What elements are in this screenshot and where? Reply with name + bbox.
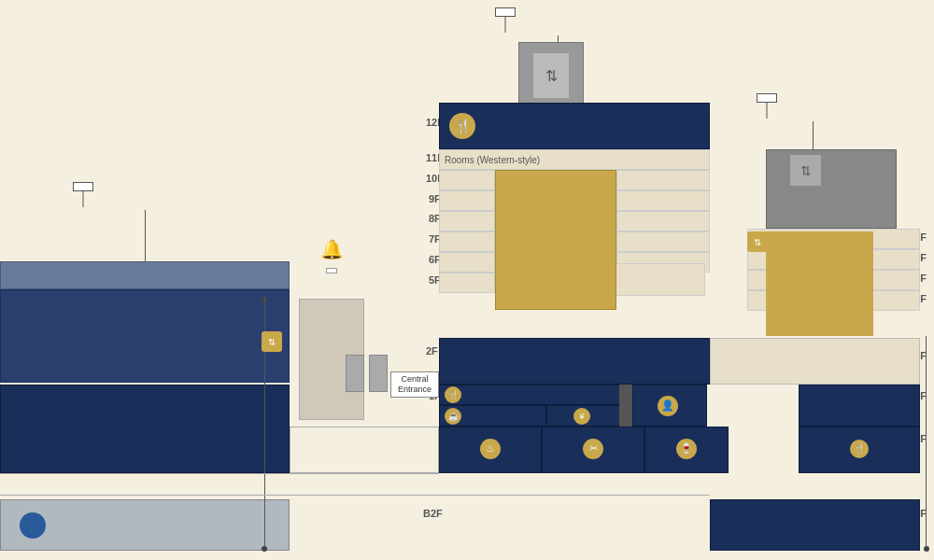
royal-theater <box>0 385 290 473</box>
floor-8f-left <box>439 211 495 231</box>
chapel-door-right <box>369 355 388 392</box>
east-elevator-icon: ⇅ <box>747 231 768 252</box>
chinese-restaurant: 🍴 <box>439 385 621 405</box>
floor-8f-right <box>616 211 710 231</box>
floor-5f-left <box>439 273 495 293</box>
bar-icon: 🍷 <box>676 439 697 459</box>
french-restaurant-icon: 🍴 <box>449 113 475 139</box>
floor-11f-strip: Rooms (Western-style) <box>439 149 710 170</box>
east-building-top <box>766 149 897 229</box>
floor-label-b2f: B2F <box>423 508 443 519</box>
east-elevator: ⇅ <box>789 154 822 187</box>
door-divider <box>619 385 632 427</box>
floor-6f-left <box>439 252 495 273</box>
banquet-hall-kujaku <box>439 338 710 385</box>
west-elevator-icon: ⇅ <box>262 331 282 352</box>
japanese-restaurant-kissho: 🍴 <box>799 427 920 473</box>
chapel-area: 🔔 <box>294 238 369 277</box>
elevator-symbol: ⇅ <box>532 52 570 99</box>
private-bar-froufrou <box>710 499 920 551</box>
front-icon: 👤 <box>658 396 678 416</box>
french-restaurant-block: 🍴 <box>439 103 710 149</box>
esthetic-icon: ✂ <box>583 439 603 459</box>
chapel-bell-icon: 🔔 <box>294 238 369 260</box>
rooms-japanese-style <box>495 170 616 310</box>
bath-icon: ♨ <box>480 439 501 459</box>
japanese-rest-icon: 🍴 <box>850 440 869 458</box>
mid-separator <box>0 473 439 474</box>
floor-7f-left <box>439 231 495 252</box>
floor-9f-left <box>439 190 495 211</box>
floor-label-2f: 2F <box>426 345 438 357</box>
floor-10f-left <box>439 170 495 190</box>
east-building-callout <box>757 93 777 103</box>
bar-yaganase: 🍷 <box>644 427 729 473</box>
west-building-body <box>0 289 290 383</box>
east-vertical-line <box>926 336 927 546</box>
floor-10f-right <box>616 170 710 190</box>
west-building-callout <box>73 182 93 191</box>
chapel-label <box>326 268 337 273</box>
parking-icon <box>20 512 46 539</box>
banquet-lumiere <box>799 385 920 427</box>
gift-shop-icon: ¥ <box>573 408 590 425</box>
map-container: ⇅ 12F 11F 10F 9F 8F 7F 6F 5F 2F 1F B1F B… <box>0 0 934 560</box>
west-building-cap <box>0 261 290 289</box>
main-building-structure: ⇅ <box>518 42 584 107</box>
lounge-icon: ☕ <box>445 408 461 425</box>
bottom-line <box>0 495 710 496</box>
floor-9f-right <box>616 190 710 211</box>
central-entrance: CentralEntrance <box>390 371 439 398</box>
chapel-door-left <box>346 355 364 392</box>
chinese-restaurant-icon: 🍴 <box>445 386 461 403</box>
japanese-banquet-room <box>290 427 439 473</box>
pin-west-bottom <box>262 546 267 552</box>
gift-shop: ¥ <box>546 405 621 427</box>
esthetic-salon: ✂ <box>542 427 644 473</box>
lounge-kirara: ☕ <box>439 405 546 427</box>
rooms-western-japanese <box>766 308 873 336</box>
front-desk: 👤 <box>632 385 707 427</box>
parking-area <box>0 499 290 551</box>
hitotsuba-bath: ♨ <box>439 427 542 473</box>
main-building-callout <box>495 7 516 17</box>
pin-east-bottom <box>924 546 929 552</box>
floor-7f-right <box>616 231 710 252</box>
floor-2f-east <box>710 338 920 385</box>
